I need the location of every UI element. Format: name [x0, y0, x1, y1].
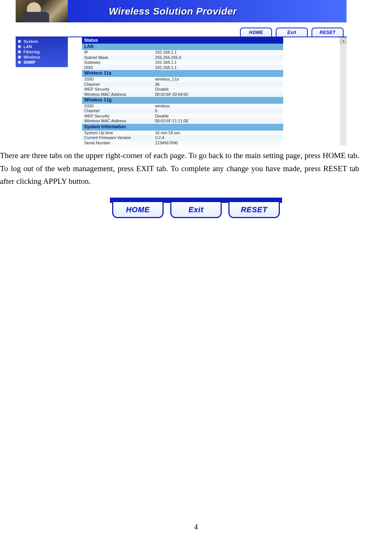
tabs-closeup: HOME Exit RESET — [110, 198, 282, 218]
status-header: Status — [82, 37, 283, 44]
k: WEP Security — [84, 114, 155, 119]
sidebar-item-label: System — [23, 39, 38, 44]
reset-tab-large[interactable]: RESET — [228, 202, 280, 218]
v: 00:02:6F:11:11:0E — [155, 119, 281, 123]
table-row: SSIDwireless — [82, 104, 283, 109]
v: wireless — [155, 104, 281, 108]
bullet-icon — [18, 50, 21, 54]
sidebar-item-label: LAN — [23, 44, 32, 49]
k: Channel — [84, 82, 155, 87]
body-paragraph: There are three tabs on the upper right-… — [0, 149, 377, 188]
k: Gateway — [84, 60, 155, 65]
table-row: WEP SecurityDisable — [82, 114, 283, 119]
v: 36 — [155, 82, 281, 87]
v: 192.168.1.1 — [155, 66, 281, 70]
table-row: Channel6 — [82, 108, 283, 114]
table-row: SSIDwireless_11a — [82, 77, 283, 82]
table-row: Gateway192.168.1.1 — [82, 60, 283, 65]
exit-tab[interactable]: Exit — [276, 28, 308, 37]
section-lan: LAN — [82, 44, 283, 50]
banner-title-text: Wireless Solution Provider — [109, 6, 237, 17]
sidebar-item-label: Filtering — [23, 50, 39, 54]
spacer — [283, 37, 340, 145]
section-sysinfo: System Information — [82, 124, 283, 130]
table-row: Serial Number1234567890 — [82, 141, 283, 146]
section-11a: Wireless 11a — [82, 70, 283, 77]
k: SSID — [84, 77, 155, 82]
content-row: System LAN Filtering Wireless SNMP — [16, 37, 347, 145]
sidebar-item-label: Wireless — [23, 55, 40, 59]
v: 192.168.1.1 — [155, 50, 281, 55]
bullet-icon — [18, 40, 21, 43]
v: 255.255.255.0 — [155, 56, 281, 60]
sidebar-item-wireless[interactable]: Wireless — [16, 54, 68, 60]
section-label: Wireless 11a — [84, 71, 155, 76]
k: WEP Security — [84, 87, 155, 92]
bullet-icon — [18, 61, 21, 64]
table-row: Wireless MAC Address00:02:6F:11:11:0E — [82, 119, 283, 124]
v: 00:02:6F:20:04:92 — [155, 92, 281, 97]
v: Disable — [155, 87, 281, 92]
table-row: Wireless MAC Address00:02:6F:20:04:92 — [82, 92, 283, 97]
table-row: WEP SecurityDisable — [82, 87, 283, 92]
k: Serial Number — [84, 141, 155, 145]
k: SSID — [84, 104, 155, 108]
v: 192.168.1.1 — [155, 60, 281, 65]
bullet-icon — [18, 45, 21, 48]
table-row: IP192.168.1.1 — [82, 50, 283, 55]
sidebar: System LAN Filtering Wireless SNMP — [16, 37, 68, 145]
router-admin-screenshot: Wireless Solution Provider HOME Exit RES… — [16, 0, 347, 145]
page-number: 4 — [0, 523, 392, 531]
bullet-icon — [18, 56, 21, 59]
scrollbar[interactable]: ▴ — [340, 37, 347, 145]
section-11g: Wireless 11g — [82, 97, 283, 104]
reset-tab[interactable]: RESET — [312, 28, 344, 37]
home-tab-large[interactable]: HOME — [112, 202, 164, 218]
k: System Up time — [84, 131, 155, 135]
sidebar-item-system[interactable]: System — [16, 39, 68, 44]
k: IP — [84, 50, 155, 55]
section-label: System Information — [84, 125, 155, 129]
banner: Wireless Solution Provider — [16, 0, 347, 22]
k: Channel — [84, 109, 155, 113]
tabs-closeup-row: HOME Exit RESET — [110, 202, 282, 218]
main-panel: Status LAN IP192.168.1.1 Subnet Mask255.… — [82, 37, 347, 145]
k: Wireless MAC Address — [84, 92, 155, 97]
home-tab[interactable]: HOME — [240, 28, 272, 37]
section-label: Wireless 11g — [84, 98, 155, 103]
table-row: DNS192.168.1.1 — [82, 65, 283, 70]
top-tab-bar: HOME Exit RESET — [16, 22, 347, 37]
section-label: LAN — [84, 44, 155, 49]
table-row: Current Firmware VersionV.2.4 — [82, 135, 283, 141]
scroll-up-icon[interactable]: ▴ — [340, 37, 347, 44]
v: 1234567890 — [155, 141, 281, 145]
sidebar-item-snmp[interactable]: SNMP — [16, 60, 68, 65]
status-table: Status LAN IP192.168.1.1 Subnet Mask255.… — [82, 37, 283, 145]
v: V.2.4 — [155, 136, 281, 140]
sidebar-item-label: SNMP — [23, 60, 35, 65]
table-row: Subnet Mask255.255.255.0 — [82, 55, 283, 60]
v: 6 — [155, 109, 281, 113]
k: Subnet Mask — [84, 56, 155, 60]
k: Current Firmware Version — [84, 136, 155, 140]
gap — [68, 37, 82, 145]
v: 16 min 59 sec — [155, 131, 281, 135]
exit-tab-large[interactable]: Exit — [170, 202, 222, 218]
v: Disable — [155, 114, 281, 119]
banner-title-area: Wireless Solution Provider — [68, 0, 347, 22]
table-row: Channel36 — [82, 82, 283, 87]
banner-photo — [16, 0, 68, 22]
sidebar-item-filtering[interactable]: Filtering — [16, 49, 68, 54]
k: Wireless MAC Address — [84, 119, 155, 123]
k: DNS — [84, 66, 155, 70]
sidebar-item-lan[interactable]: LAN — [16, 44, 68, 49]
v: wireless_11a — [155, 77, 281, 82]
table-row: System Up time16 min 59 sec — [82, 130, 283, 136]
